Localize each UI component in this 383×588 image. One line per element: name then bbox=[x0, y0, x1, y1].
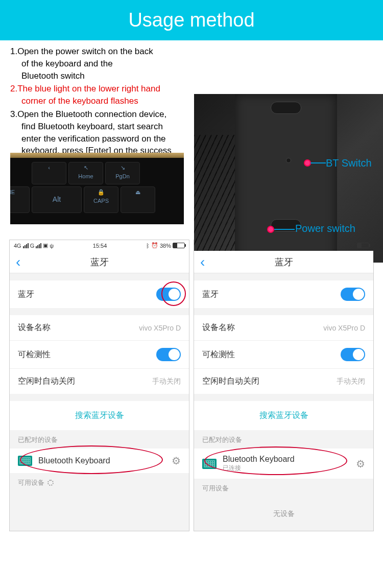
available-section-header: 可用设备 bbox=[10, 473, 189, 491]
header-title: Usage method bbox=[128, 9, 254, 31]
idle-off-row[interactable]: 空闲时自动关闭 手动关闭 bbox=[194, 368, 373, 394]
search-devices-button[interactable]: 搜索蓝牙设备 bbox=[10, 394, 189, 430]
step-1: 1.Open the power switch on the back of t… bbox=[10, 45, 373, 82]
phone-right: 4G G ▣ ψ 15:53 ᛒ ⏰ 38% ‹ 蓝牙 蓝牙 bbox=[194, 240, 374, 531]
nav-bar: ‹ 蓝牙 bbox=[10, 251, 189, 273]
discoverable-row[interactable]: 可检测性 bbox=[194, 340, 373, 368]
discoverable-row[interactable]: 可检测性 bbox=[10, 340, 189, 368]
device-settings-icon[interactable]: ⚙ bbox=[356, 458, 365, 470]
keyboard-front-photo: ‹ ↖Home ↘PgDn IE Alt 🔒CAPS ⏏ bbox=[10, 153, 184, 224]
back-button[interactable]: ‹ bbox=[200, 255, 205, 269]
back-button[interactable]: ‹ bbox=[16, 255, 20, 269]
device-name-row[interactable]: 设备名称 vivo X5Pro D bbox=[194, 315, 373, 340]
bt-switch-marker bbox=[304, 159, 311, 167]
phone-screenshots-row: 4G G ▣ ψ 15:54 ᛒ ⏰ 38% ‹ 蓝牙 蓝牙 bbox=[0, 224, 383, 557]
keyboard-icon bbox=[18, 456, 32, 466]
bluetooth-toggle-row[interactable]: 蓝牙 bbox=[194, 280, 373, 308]
search-devices-button[interactable]: 搜索蓝牙设备 bbox=[194, 394, 373, 430]
discoverable-toggle[interactable] bbox=[156, 348, 181, 361]
keyboard-icon bbox=[202, 459, 217, 469]
phone-left: 4G G ▣ ψ 15:54 ᛒ ⏰ 38% ‹ 蓝牙 蓝牙 bbox=[9, 240, 189, 531]
device-settings-icon[interactable]: ⚙ bbox=[172, 455, 181, 467]
signal-icon bbox=[36, 243, 41, 248]
device-name-row[interactable]: 设备名称 vivo X5Pro D bbox=[10, 315, 189, 340]
bluetooth-toggle[interactable] bbox=[341, 288, 365, 301]
paired-section-header: 已配对的设备 bbox=[194, 430, 373, 449]
available-section-header: 可用设备 bbox=[194, 479, 373, 497]
header-band: Usage method bbox=[0, 0, 383, 40]
page-title: 蓝牙 bbox=[90, 256, 109, 268]
paired-section-header: 已配对的设备 bbox=[10, 430, 189, 449]
bt-switch-label: BT Switch bbox=[326, 157, 372, 169]
sim-icon: ▣ bbox=[43, 242, 48, 249]
bluetooth-icon: ᛒ bbox=[146, 243, 150, 249]
alarm-icon: ⏰ bbox=[151, 242, 158, 249]
bluetooth-toggle-row[interactable]: 蓝牙 bbox=[10, 280, 189, 308]
paired-device-row[interactable]: Bluetooth Keyboard 已连接 ⚙ bbox=[194, 449, 373, 479]
discoverable-toggle[interactable] bbox=[341, 348, 365, 361]
loading-spinner-icon bbox=[47, 480, 54, 486]
page-title: 蓝牙 bbox=[275, 256, 293, 268]
clock: 15:54 bbox=[93, 243, 107, 249]
keyboard-back-photo: BT Switch Power switch bbox=[194, 94, 383, 263]
bluetooth-toggle[interactable] bbox=[156, 288, 181, 301]
power-switch-label: Power switch bbox=[295, 223, 355, 234]
nav-bar: ‹ 蓝牙 bbox=[194, 251, 373, 273]
power-switch-marker bbox=[267, 226, 274, 233]
status-bar: 4G G ▣ ψ 15:54 ᛒ ⏰ 38% bbox=[10, 240, 189, 251]
no-device-label: 无设备 bbox=[194, 497, 373, 531]
idle-off-row[interactable]: 空闲时自动关闭 手动关闭 bbox=[10, 368, 189, 394]
battery-icon bbox=[357, 243, 369, 248]
battery-icon bbox=[173, 243, 185, 248]
signal-icon bbox=[23, 243, 29, 248]
instructions-section: 1.Open the power switch on the back of t… bbox=[0, 40, 383, 224]
usb-icon: ψ bbox=[50, 243, 54, 249]
paired-device-row[interactable]: Bluetooth Keyboard ⚙ bbox=[10, 449, 189, 473]
